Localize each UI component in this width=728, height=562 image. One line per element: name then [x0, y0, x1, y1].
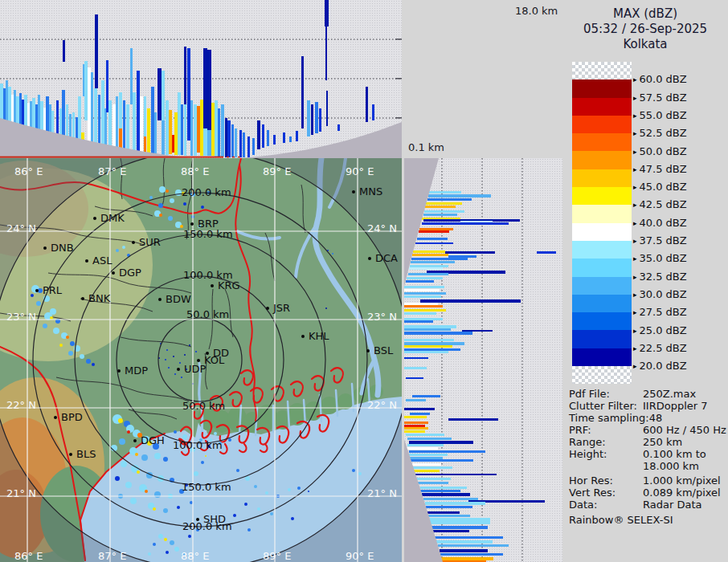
colorbar-swatch — [572, 205, 632, 222]
station-marker — [366, 349, 370, 352]
colorbar-tick-label: ▸45.0 dBZ — [633, 181, 687, 193]
echo-cell — [288, 488, 291, 491]
echo-row — [411, 466, 452, 469]
echo-column — [239, 130, 242, 157]
echo-column — [108, 100, 112, 153]
station-marker — [197, 359, 200, 362]
echo-cell — [352, 469, 355, 472]
colorbar-swatch — [572, 259, 632, 276]
lon-label: 86° E — [14, 165, 43, 177]
echo-row — [406, 377, 423, 379]
right-profile-panel[interactable] — [404, 158, 562, 562]
station-marker — [117, 369, 121, 373]
echo-column — [283, 132, 285, 143]
echo-column — [166, 100, 169, 155]
echo-row — [429, 191, 461, 193]
echo-row — [411, 459, 473, 462]
echo-column — [311, 104, 313, 135]
echo-row — [404, 289, 440, 291]
info-label: Vert Res: — [569, 487, 616, 499]
echo-column — [262, 124, 264, 148]
echo-column — [94, 88, 97, 151]
echo-cell — [118, 418, 123, 423]
echo-row — [408, 273, 448, 275]
echo-column — [88, 67, 91, 151]
echo-cell — [165, 359, 166, 360]
echo-column — [326, 91, 328, 126]
echo-column — [184, 47, 186, 104]
lat-label: 24° N — [367, 222, 397, 234]
echo-cell — [179, 362, 181, 364]
echo-column — [91, 72, 93, 151]
echo-row — [404, 320, 433, 323]
info-value: 250Z.max — [643, 388, 696, 400]
echo-column — [119, 92, 122, 128]
info-value: 250 km — [643, 436, 682, 448]
echo-row — [404, 416, 427, 418]
echo-cell — [125, 482, 132, 488]
info-value: 600 Hz / 450 Hz — [643, 424, 726, 436]
echo-row — [440, 549, 488, 552]
echo-cell — [173, 356, 174, 357]
info-label: PRF: — [569, 424, 591, 436]
station-label: MNS — [359, 185, 382, 198]
echo-cell — [257, 507, 260, 511]
echo-cell — [205, 455, 207, 457]
lon-label: 86° E — [14, 550, 43, 562]
tick-arrow-icon: ▸ — [633, 273, 637, 281]
product-title: MAX (dBZ) — [562, 6, 728, 22]
station-marker — [43, 246, 47, 250]
echo-column — [181, 104, 183, 155]
echo-cell — [201, 461, 204, 464]
echo-row — [406, 447, 438, 450]
echo-cell — [184, 354, 186, 356]
echo-row — [404, 422, 428, 424]
echo-cell — [148, 552, 151, 556]
tick-arrow-icon: ▸ — [633, 129, 637, 137]
echo-cell — [214, 432, 217, 435]
echo-row — [417, 238, 448, 240]
info-label: Pdf File: — [569, 388, 610, 400]
colorbar-tick-label: ▸22.5 dBZ — [633, 342, 687, 354]
echo-cell — [325, 307, 327, 309]
tick-arrow-icon: ▸ — [633, 255, 637, 263]
info-label: Range: — [569, 436, 606, 448]
info-row: Range:250 km — [569, 436, 726, 448]
station-label: SHD — [203, 513, 226, 525]
echo-row — [406, 399, 426, 401]
echo-row — [404, 325, 456, 328]
echo-cell — [70, 341, 75, 346]
echo-column — [315, 102, 318, 133]
echo-cell — [127, 430, 130, 434]
echo-cell — [86, 359, 91, 364]
tick-arrow-icon: ▸ — [633, 75, 637, 83]
info-value: 1.000 km/pixel — [643, 474, 721, 487]
echo-cell — [195, 351, 197, 352]
echo-row — [424, 210, 464, 213]
info-row: Hor Res:1.000 km/pixel — [569, 474, 726, 487]
colorbar-tick-label: ▸32.5 dBZ — [633, 271, 687, 283]
echo-column — [235, 128, 237, 157]
echo-cell — [115, 476, 120, 481]
info-label: Data: — [569, 499, 597, 511]
lon-label: 88° E — [181, 550, 209, 562]
echo-row — [462, 330, 493, 332]
echo-cell — [228, 438, 231, 442]
echo-row — [436, 540, 493, 544]
station-label: BSL — [374, 344, 394, 356]
top-profile-panel[interactable] — [0, 0, 402, 158]
station-label: DGH — [141, 434, 165, 446]
station-marker — [301, 335, 305, 338]
echo-row — [448, 418, 498, 421]
echo-row — [411, 261, 455, 263]
colorbar-swatch — [572, 366, 632, 384]
tick-arrow-icon: ▸ — [633, 344, 637, 352]
echo-column — [123, 100, 125, 153]
info-value: 0.089 km/pixel — [643, 487, 721, 499]
echo-row — [404, 309, 446, 312]
echo-column — [372, 104, 374, 120]
map-panel[interactable]: 86° E87° E88° E89° E90° E86° E87° E88° E… — [0, 158, 402, 562]
echo-column — [289, 136, 292, 142]
lon-label: 87° E — [98, 165, 126, 177]
echo-cell — [168, 216, 173, 221]
